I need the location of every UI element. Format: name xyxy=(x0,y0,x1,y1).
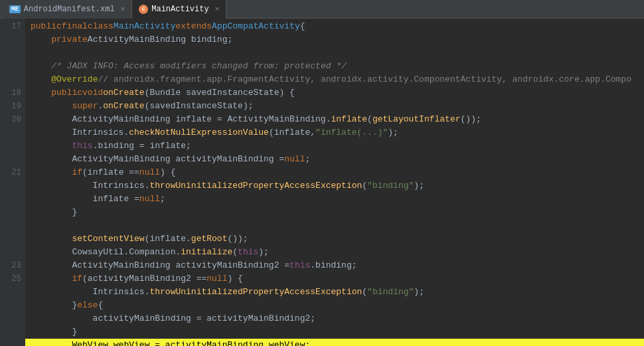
code-line: @Override // androidx.fragment.app.Fragm… xyxy=(25,73,644,86)
code-line: public void onCreate(Bundle savedInstanc… xyxy=(25,86,644,100)
code-content[interactable]: public final class MainActivity extends … xyxy=(25,19,644,346)
code-line: /* JADX INFO: Access modifiers changed f… xyxy=(25,60,644,73)
code-line: inflate = null; xyxy=(25,193,644,206)
code-line: ActivityMainBinding activityMainBinding2… xyxy=(25,259,644,272)
tab-xml-icon: ME xyxy=(9,5,21,13)
code-line xyxy=(25,219,644,232)
tab-mainactivity-close[interactable]: × xyxy=(215,5,220,13)
code-line: } xyxy=(25,325,644,339)
code-line: super.onCreate(savedInstanceState); xyxy=(25,100,644,113)
line-numbers: 17 18 19 20 21 23 25 xyxy=(0,19,25,346)
code-line: this.binding = inflate; xyxy=(25,139,644,153)
code-line: CowsayUtil.Companion.initialize(this); xyxy=(25,246,644,259)
code-line: if (inflate == null) { xyxy=(25,166,644,179)
tab-bar: ME AndroidManifest.xml × c MainActivity … xyxy=(0,0,644,19)
tab-androidmanifest-close[interactable]: × xyxy=(121,5,125,13)
code-line: setContentView(inflate.getRoot()); xyxy=(25,232,644,246)
code-line: Intrinsics.throwUninitializedPropertyAcc… xyxy=(25,179,644,193)
code-line: Intrinsics.throwUninitializedPropertyAcc… xyxy=(25,286,644,299)
code-line: ActivityMainBinding activityMainBinding … xyxy=(25,153,644,166)
code-line: } xyxy=(25,206,644,219)
code-line: activityMainBinding = activityMainBindin… xyxy=(25,312,644,325)
code-line: Intrinsics.checkNotNullExpressionValue(i… xyxy=(25,126,644,139)
code-line xyxy=(25,46,644,60)
tab-androidmanifest[interactable]: ME AndroidManifest.xml × xyxy=(3,0,132,19)
code-line-highlighted: WebView webView = activityMainBinding.we… xyxy=(25,339,644,346)
tab-androidmanifest-label: AndroidManifest.xml xyxy=(24,5,115,14)
tab-mainactivity[interactable]: c MainActivity × xyxy=(132,0,226,19)
editor-window: ME AndroidManifest.xml × c MainActivity … xyxy=(0,0,644,346)
tab-java-icon: c xyxy=(139,5,148,14)
code-line: public final class MainActivity extends … xyxy=(25,20,644,33)
code-line: ActivityMainBinding inflate = ActivityMa… xyxy=(25,113,644,126)
code-line: } else { xyxy=(25,299,644,312)
code-line: private ActivityMainBinding binding; xyxy=(25,33,644,46)
code-area: 17 18 19 20 21 23 25 xyxy=(0,19,644,346)
code-line: if (activityMainBinding2 == null) { xyxy=(25,272,644,286)
tab-mainactivity-label: MainActivity xyxy=(151,5,208,14)
